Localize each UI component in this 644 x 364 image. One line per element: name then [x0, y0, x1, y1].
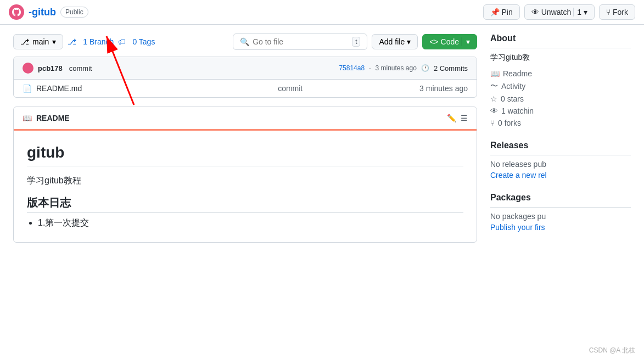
- eye-icon: 👁: [531, 8, 539, 16]
- commit-author-avatar: [23, 63, 33, 74]
- no-packages-text: No packages pu: [490, 212, 631, 221]
- packages-title: Packages: [490, 193, 631, 208]
- create-release-link[interactable]: Create a new rel: [490, 171, 547, 180]
- right-panel: About 学习gitub教 📖 Readme 〜 Activity ☆ 0 s…: [477, 33, 631, 245]
- left-panel: ⎇ main ▾ ⎇ 1 Branch 🏷 0 Tags 🔍 t: [13, 33, 477, 245]
- about-section: About 学习gitub教 📖 Readme 〜 Activity ☆ 0 s…: [490, 33, 631, 127]
- branch-icon: ⎇: [20, 37, 29, 46]
- repo-avatar: [9, 4, 24, 20]
- stars-link[interactable]: ☆ 0 stars: [490, 94, 631, 103]
- book-icon2: 📖: [490, 69, 500, 78]
- code-button[interactable]: <> Code ▾: [422, 34, 477, 49]
- toolbar: ⎇ main ▾ ⎇ 1 Branch 🏷 0 Tags 🔍 t: [13, 33, 477, 50]
- releases-section: Releases No releases pub Create a new re…: [490, 141, 631, 180]
- commit-hash[interactable]: 75814a8: [339, 64, 365, 72]
- tag-icon: 🏷: [118, 37, 126, 46]
- edit-icon[interactable]: ✏️: [447, 114, 456, 122]
- main-content: ⎇ main ▾ ⎇ 1 Branch 🏷 0 Tags 🔍 t: [0, 25, 644, 254]
- tags-count-link[interactable]: 🏷 0 Tags: [118, 37, 155, 46]
- file-time: 3 minutes ago: [419, 84, 468, 93]
- code-icon: <>: [429, 37, 438, 46]
- visibility-badge: Public: [60, 7, 88, 18]
- branch-count-link[interactable]: ⎇ 1 Branch: [68, 37, 114, 46]
- commit-message: commit: [69, 64, 92, 72]
- readme-actions: ✏️ ☰: [447, 114, 468, 122]
- readme-content: gitub 学习gitub教程 版本日志 1.第一次提交: [14, 131, 477, 242]
- readme-section: 📖 README ✏️ ☰ gitub 学习gitub教程 版本日志 1.第一次…: [13, 107, 477, 243]
- code-dropdown-arrow[interactable]: ▾: [461, 37, 470, 46]
- readme-header: 📖 README ✏️ ☰: [14, 107, 477, 131]
- activity-link[interactable]: 〜 Activity: [490, 81, 631, 91]
- file-icon: 📄: [23, 84, 32, 93]
- about-description: 学习gitub教: [490, 53, 631, 63]
- commit-row: pcb178 commit 75814a8 · 3 minutes ago 🕐 …: [14, 57, 477, 80]
- search-input[interactable]: [253, 37, 349, 46]
- readme-list: 1.第一次提交: [38, 217, 463, 229]
- commit-meta: 75814a8 · 3 minutes ago 🕐 2 Commits: [339, 64, 468, 72]
- commit-separator: ·: [369, 64, 371, 72]
- chevron-down-icon: ▾: [52, 37, 56, 46]
- history-icon: 🕐: [421, 64, 429, 72]
- menu-icon[interactable]: ☰: [461, 114, 468, 122]
- top-bar: -gitub Public 📌 Pin 👁 Unwatch 1 ▾ ⑂ Fork: [0, 0, 644, 25]
- branch-icon2: ⎇: [68, 37, 76, 46]
- fork-button[interactable]: ⑂ Fork: [599, 4, 635, 20]
- about-title: About: [490, 33, 631, 48]
- chevron-down-icon: ▾: [584, 8, 587, 16]
- file-table: pcb178 commit 75814a8 · 3 minutes ago 🕐 …: [13, 57, 477, 98]
- commits-link[interactable]: 2 Commits: [434, 64, 468, 72]
- readme-subheading: 版本日志: [27, 195, 463, 213]
- forks-link[interactable]: ⑂ 0 forks: [490, 119, 631, 127]
- commit-author[interactable]: pcb178: [38, 64, 63, 72]
- table-row: 📄 README.md commit 3 minutes ago: [14, 80, 477, 97]
- readme-description: 学习gitub教程: [27, 175, 463, 187]
- readme-heading: gitub: [27, 144, 463, 166]
- releases-title: Releases: [490, 141, 631, 155]
- shortcut-badge: t: [352, 37, 360, 47]
- repo-name[interactable]: -gitub: [29, 7, 56, 18]
- fork-icon2: ⑂: [490, 119, 495, 127]
- list-item: 1.第一次提交: [38, 217, 463, 229]
- readme-title: 📖 README: [23, 114, 70, 122]
- readme-link[interactable]: 📖 Readme: [490, 69, 631, 78]
- commit-time: 3 minutes ago: [375, 64, 416, 72]
- fork-icon: ⑂: [606, 8, 611, 16]
- file-name[interactable]: README.md: [36, 84, 161, 93]
- book-icon: 📖: [23, 114, 32, 122]
- go-to-file-search[interactable]: 🔍 t: [233, 33, 367, 50]
- no-releases-text: No releases pub: [490, 160, 631, 169]
- eye-icon2: 👁: [490, 107, 498, 115]
- publish-package-link[interactable]: Publish your firs: [490, 223, 545, 232]
- file-commit-msg: commit: [165, 84, 415, 93]
- activity-icon: 〜: [490, 81, 498, 91]
- watching-link[interactable]: 👁 1 watchin: [490, 107, 631, 115]
- star-icon: ☆: [490, 94, 497, 103]
- pin-button[interactable]: 📌 Pin: [483, 4, 520, 20]
- branch-selector[interactable]: ⎇ main ▾: [13, 34, 63, 49]
- search-icon: 🔍: [240, 37, 249, 46]
- add-file-button[interactable]: Add file ▾: [372, 34, 418, 49]
- pin-icon: 📌: [490, 8, 500, 16]
- packages-section: Packages No packages pu Publish your fir…: [490, 193, 631, 232]
- chevron-down-icon2: ▾: [407, 37, 411, 46]
- unwatch-button[interactable]: 👁 Unwatch 1 ▾: [524, 4, 595, 20]
